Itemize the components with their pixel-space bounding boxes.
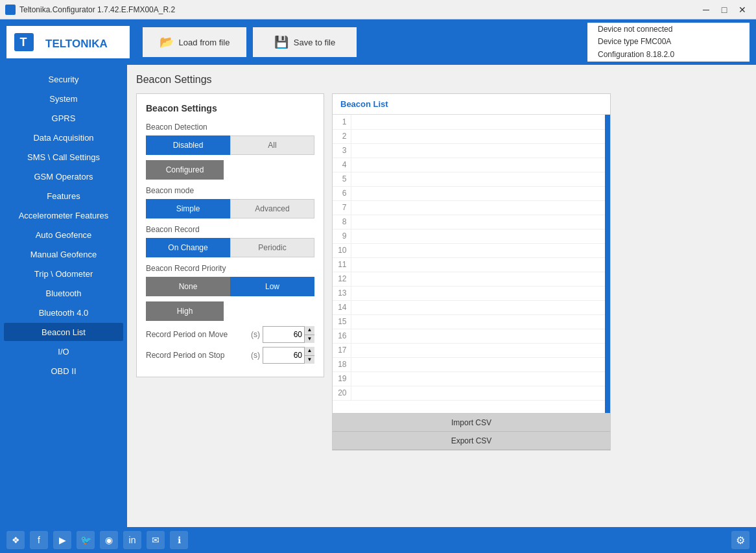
table-row: 10 [333, 243, 605, 257]
row-number: 3 [333, 143, 351, 158]
sidebar-item-accelerometer-features[interactable]: Accelerometer Features [4, 206, 123, 224]
load-from-file-button[interactable]: 📂 Load from file [143, 27, 246, 57]
row-number: 13 [333, 286, 351, 300]
save-label: Save to file [294, 38, 335, 47]
device-info: Device not connected Device type FMC00A … [587, 23, 750, 62]
row-value[interactable] [351, 172, 605, 186]
close-button[interactable]: ✕ [734, 3, 751, 16]
home-icon[interactable]: ❖ [6, 531, 25, 549]
priority-low-button[interactable]: Low [230, 277, 314, 296]
row-value[interactable] [351, 257, 605, 272]
detection-configured-group: Configured [146, 160, 314, 180]
youtube-icon[interactable]: ▶ [53, 531, 71, 549]
sidebar-item-bluetooth[interactable]: Bluetooth [4, 284, 123, 302]
row-value[interactable] [351, 243, 605, 257]
period-stop-row: Record Period on Stop (s) 60 ▲ ▼ [146, 347, 314, 364]
table-row: 18 [333, 357, 605, 371]
row-value[interactable] [351, 272, 605, 286]
device-line2: Device type FMC00A [598, 36, 674, 48]
save-icon: 💾 [274, 35, 289, 49]
toolbar: T TELTONIKA 📂 Load from file 💾 Save to f… [0, 19, 756, 65]
main-layout: SecuritySystemGPRSData AcquisitionSMS \ … [0, 65, 756, 527]
row-value[interactable] [351, 186, 605, 200]
priority-high-button[interactable]: High [146, 301, 224, 321]
period-stop-down[interactable]: ▼ [305, 356, 314, 364]
title-bar: Teltonika.Configurator 1.7.42.E.FMX00A_R… [0, 0, 756, 19]
sidebar-item-obd-ii[interactable]: OBD II [4, 362, 123, 380]
row-number: 14 [333, 300, 351, 314]
row-value[interactable] [351, 215, 605, 229]
sidebar-item-bluetooth-4-0[interactable]: Bluetooth 4.0 [4, 303, 123, 322]
device-line1: Device not connected [598, 23, 674, 36]
sidebar-item-i-o[interactable]: I/O [4, 342, 123, 360]
table-row: 20 [333, 386, 605, 400]
panels-row: Beacon Settings Beacon Detection Disable… [136, 93, 747, 451]
message-icon[interactable]: ✉ [147, 531, 165, 549]
row-value[interactable] [351, 386, 605, 400]
period-move-down[interactable]: ▼ [305, 335, 314, 344]
period-stop-up[interactable]: ▲ [305, 347, 314, 356]
export-csv-button[interactable]: Export CSV [333, 432, 610, 450]
twitter-icon[interactable]: 🐦 [77, 531, 95, 549]
record-periodic-button[interactable]: Periodic [230, 238, 314, 257]
mode-simple-button[interactable]: Simple [146, 199, 230, 218]
row-number: 18 [333, 357, 351, 371]
sidebar-item-gsm-operators[interactable]: GSM Operators [4, 167, 123, 185]
row-value[interactable] [351, 300, 605, 314]
sidebar-item-gprs[interactable]: GPRS [4, 109, 123, 127]
sidebar-item-system[interactable]: System [4, 89, 123, 108]
row-value[interactable] [351, 143, 605, 158]
table-row: 19 [333, 371, 605, 386]
row-value[interactable] [351, 229, 605, 243]
period-move-up[interactable]: ▲ [305, 326, 314, 335]
content-area: Beacon Settings Beacon Settings Beacon D… [127, 65, 756, 527]
row-value[interactable] [351, 357, 605, 371]
maximize-button[interactable]: □ [716, 3, 733, 16]
sidebar-item-auto-geofence[interactable]: Auto Geofence [4, 226, 123, 244]
table-row: 3 [333, 143, 605, 158]
beacon-scroll-area[interactable]: 1234567891011121314151617181920 [333, 115, 610, 413]
priority-bottom-group: High [146, 301, 314, 321]
detection-all-button[interactable]: All [230, 135, 314, 155]
sidebar-item-features[interactable]: Features [4, 187, 123, 205]
table-row: 7 [333, 200, 605, 215]
detection-label: Beacon Detection [146, 123, 314, 132]
row-value[interactable] [351, 129, 605, 143]
row-value[interactable] [351, 286, 605, 300]
priority-none-button[interactable]: None [146, 277, 230, 296]
table-row: 2 [333, 129, 605, 143]
period-move-row: Record Period on Move (s) 60 ▲ ▼ [146, 326, 314, 343]
import-csv-button[interactable]: Import CSV [333, 414, 610, 432]
sidebar-item-manual-geofence[interactable]: Manual Geofence [4, 245, 123, 263]
row-value[interactable] [351, 158, 605, 172]
mode-advanced-button[interactable]: Advanced [230, 199, 314, 218]
sidebar-item-security[interactable]: Security [4, 70, 123, 88]
row-value[interactable] [351, 115, 605, 129]
sidebar-item-sms---call-settings[interactable]: SMS \ Call Settings [4, 148, 123, 166]
row-value[interactable] [351, 200, 605, 215]
record-onchange-button[interactable]: On Change [146, 238, 230, 257]
minimize-button[interactable]: ─ [698, 3, 715, 16]
row-value[interactable] [351, 343, 605, 357]
facebook-icon[interactable]: f [30, 531, 48, 549]
instagram-icon[interactable]: ◉ [100, 531, 118, 549]
linkedin-icon[interactable]: in [123, 531, 141, 549]
period-move-arrows: ▲ ▼ [304, 326, 314, 343]
row-number: 6 [333, 186, 351, 200]
info-icon[interactable]: ℹ [170, 531, 188, 549]
row-value[interactable] [351, 371, 605, 386]
row-value[interactable] [351, 329, 605, 343]
sidebar-item-data-acquisition[interactable]: Data Acquisition [4, 128, 123, 147]
period-stop-label: Record Period on Stop [146, 351, 248, 360]
table-row: 9 [333, 229, 605, 243]
detection-configured-button[interactable]: Configured [146, 160, 224, 180]
row-number: 9 [333, 229, 351, 243]
sidebar-item-trip---odometer[interactable]: Trip \ Odometer [4, 265, 123, 283]
detection-btn-group: Disabled All [146, 135, 314, 155]
save-to-file-button[interactable]: 💾 Save to file [253, 27, 357, 57]
beacon-panel-title: Beacon Settings [146, 103, 314, 113]
sidebar-item-beacon-list[interactable]: Beacon List [4, 323, 123, 341]
row-value[interactable] [351, 314, 605, 329]
detection-disabled-button[interactable]: Disabled [146, 135, 230, 155]
settings-icon[interactable]: ⚙ [731, 531, 750, 549]
